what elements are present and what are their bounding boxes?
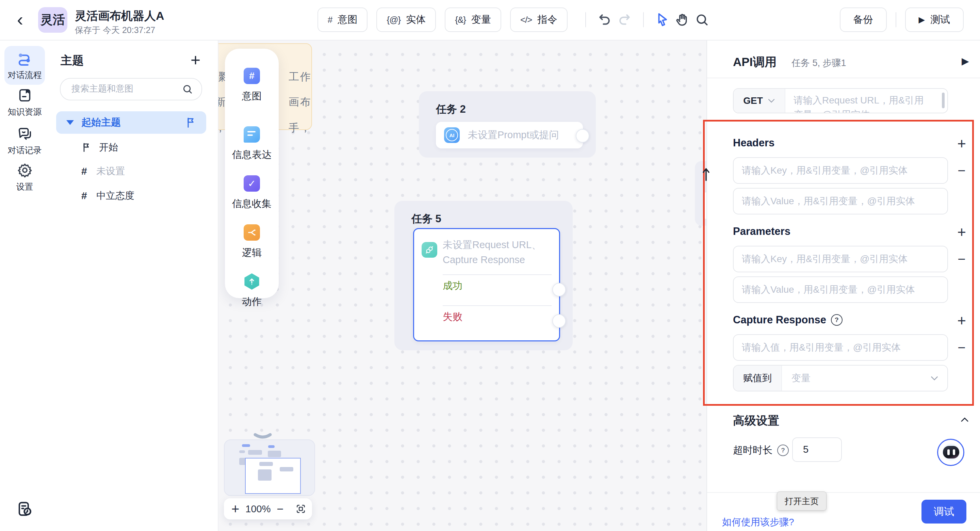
parameter-value-input[interactable]: 请输入Value，用&引用变量，@引用实体	[733, 276, 948, 303]
timeout-input-box	[792, 437, 842, 462]
debug-button[interactable]: 调试	[921, 500, 966, 523]
run-step-icon[interactable]: ▶	[962, 56, 969, 67]
header-value-input[interactable]: 请输入Value，用&引用变量，@引用实体	[733, 188, 948, 214]
remove-capture-button[interactable]: −	[954, 340, 969, 355]
add-capture-button[interactable]: +	[954, 313, 969, 328]
topic-item-unset[interactable]: # 未设置	[81, 164, 125, 179]
select-cursor-icon[interactable]	[653, 10, 672, 30]
help-icon[interactable]: ?	[777, 445, 789, 456]
help-icon[interactable]: ?	[831, 314, 843, 326]
zoom-in-icon[interactable]: +	[231, 502, 239, 516]
toolbar-item-logic[interactable]: 逻辑	[242, 224, 262, 260]
toolbar-item-express[interactable]: 信息表达	[232, 126, 272, 162]
branch-icon	[243, 224, 260, 241]
topic-root-start[interactable]: 起始主题	[56, 111, 206, 134]
note-text-fragment: 画布	[288, 95, 312, 109]
topic-item-neutral[interactable]: # 中立态度	[81, 188, 134, 203]
connector-handle[interactable]	[576, 129, 589, 143]
task5-title: 任务 5	[411, 212, 441, 226]
task2-placeholder: 未设置Prompt或提问	[468, 128, 559, 142]
task5-step-card[interactable]: 未设置Request URL、Capture Response 成功 失败	[413, 228, 560, 341]
back-icon[interactable]: ‹	[17, 8, 23, 31]
zoom-out-icon[interactable]: −	[277, 502, 284, 516]
timeout-label: 超时时长 ?	[733, 443, 789, 457]
zoom-level: 100%	[245, 504, 270, 515]
minimap[interactable]	[224, 439, 315, 496]
topic-item-start[interactable]: 开始	[81, 140, 118, 155]
divider	[585, 12, 586, 27]
task5-group[interactable]: 任务 5 未设置Request URL、Capture Response 成功 …	[395, 201, 573, 350]
remove-header-button[interactable]: −	[954, 163, 969, 178]
version-history-icon[interactable]	[16, 500, 33, 518]
flow-icon	[17, 51, 33, 66]
top-bar: ‹ 灵活 灵活画布机器人A 保存于 今天 20:37:27 # 意图 {@} 实…	[0, 0, 980, 40]
caret-down-icon	[66, 120, 74, 125]
minimap-viewport[interactable]	[245, 458, 301, 494]
advanced-settings-title: 高级设置	[733, 413, 779, 429]
divider	[707, 492, 980, 493]
collapse-chevron-icon[interactable]	[960, 417, 969, 423]
assistant-robot-button[interactable]	[937, 439, 964, 466]
variable-tool-button[interactable]: {&} 变量	[445, 8, 501, 32]
entity-icon: {@}	[387, 14, 401, 25]
task2-step-card[interactable]: AI 未设置Prompt或提问	[436, 122, 583, 148]
redo-icon[interactable]	[614, 10, 634, 30]
assign-variable-select[interactable]: 变量	[782, 365, 947, 391]
collect-check-icon: ✓	[243, 175, 260, 191]
intent-tool-button[interactable]: # 意图	[318, 8, 368, 32]
fit-view-icon[interactable]	[295, 503, 307, 515]
parameter-key-input[interactable]: 请输入Key，用&引用变量，@引用实体	[733, 246, 948, 272]
scrollbar-thumb[interactable]	[942, 92, 945, 108]
sidebar-item-dialog-flow[interactable]: 对话流程	[5, 46, 45, 85]
method-select[interactable]: GET	[733, 89, 785, 113]
note-text-fragment: 手，	[288, 121, 312, 135]
header-key-input[interactable]: 请输入Key，用&引用变量，@引用实体	[733, 157, 948, 184]
hash-icon: #	[328, 14, 332, 25]
add-topic-button[interactable]: +	[191, 50, 200, 70]
partial-node-card	[702, 191, 706, 220]
parameters-section-title: Parameters	[733, 225, 791, 238]
command-tool-button[interactable]: </> 指令	[510, 8, 568, 32]
app: ‹ 灵活 灵活画布机器人A 保存于 今天 20:37:27 # 意图 {@} 实…	[0, 0, 980, 531]
undo-icon[interactable]	[595, 10, 614, 30]
add-parameter-button[interactable]: +	[954, 225, 969, 240]
connector-handle[interactable]	[552, 283, 566, 297]
task2-group[interactable]: 任务 2 AI 未设置Prompt或提问	[419, 91, 596, 158]
capture-value-input[interactable]: 请输入值，用&引用变量，@引用实体	[733, 334, 948, 361]
step-title: API调用	[733, 54, 776, 70]
chevron-down-icon	[768, 98, 775, 103]
flow-canvas[interactable]: 骤至 新手 ，看 工作 画布 手， # 意图 信息表达 ✓ 信息收集	[218, 40, 706, 531]
how-to-use-link[interactable]: 如何使用该步骤?	[722, 516, 794, 529]
remove-parameter-button[interactable]: −	[954, 252, 969, 266]
api-plug-icon	[422, 242, 437, 258]
sidebar-item-knowledge[interactable]: 知识资源	[5, 88, 45, 118]
pan-hand-icon[interactable]	[672, 10, 692, 30]
robot-face-icon	[943, 446, 959, 459]
divider	[707, 78, 980, 78]
toolbar-item-action[interactable]: 动作	[242, 273, 262, 309]
timeout-input[interactable]	[802, 443, 834, 455]
toolbar-item-collect[interactable]: ✓ 信息收集	[232, 175, 272, 211]
saved-status: 保存于 今天 20:37:27	[75, 24, 155, 36]
sidebar-item-chat-history[interactable]: 对话记录	[5, 126, 45, 156]
add-header-button[interactable]: +	[954, 136, 969, 151]
sidebar-item-settings[interactable]: 设置	[5, 163, 45, 192]
book-icon	[17, 88, 33, 103]
chat-bubbles-icon	[17, 126, 33, 142]
hash-icon: #	[81, 190, 89, 201]
assign-to-label: 赋值到	[733, 365, 782, 391]
minimap-collapse-icon[interactable]	[253, 433, 272, 439]
headers-section-title: Headers	[733, 137, 775, 149]
connector-handle[interactable]	[552, 314, 566, 328]
search-icon[interactable]	[692, 10, 712, 30]
backup-button[interactable]: 备份	[840, 8, 887, 32]
request-url-row: GET 请输入Request URL，用&引用变量，@引用实体	[733, 88, 948, 113]
toolbar-item-intent[interactable]: # 意图	[242, 68, 262, 103]
capture-response-section-title: Capture Response ?	[733, 314, 843, 326]
topic-search-input[interactable]	[71, 79, 181, 98]
test-button[interactable]: ▶ 测试	[905, 8, 964, 32]
entity-tool-button[interactable]: {@} 实体	[376, 8, 436, 32]
mouse-cursor	[701, 167, 711, 181]
step-config-panel: API调用 任务 5, 步骤1 ▶ GET 请输入Request URL，用&引…	[706, 40, 980, 531]
request-url-input[interactable]: 请输入Request URL，用&引用变量，@引用实体	[785, 89, 947, 113]
